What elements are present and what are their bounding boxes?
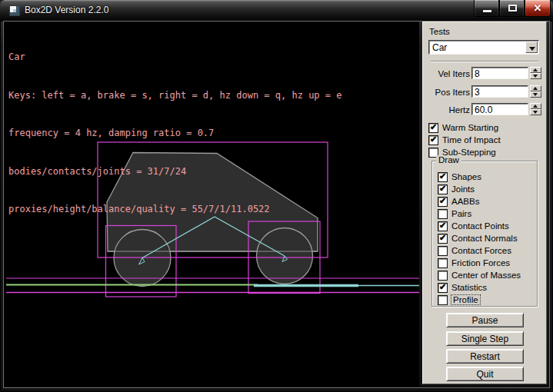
checkbox-label[interactable]: Contact Normals — [451, 234, 518, 243]
checkbox-label[interactable]: Joints — [451, 184, 475, 194]
tests-label: Tests — [429, 27, 450, 36]
checkbox-label[interactable]: Time of Impact — [442, 135, 501, 145]
pause-button[interactable]: Pause — [446, 313, 524, 327]
proxies-line: proxies/height/balance/quality = 55/7/1/… — [8, 203, 341, 216]
checkbox-box[interactable] — [438, 197, 448, 207]
checkbox-label[interactable]: Warm Starting — [442, 123, 498, 132]
hertz-label: Hertz — [423, 105, 470, 115]
minimize-button[interactable] — [474, 0, 499, 17]
app-window: Box2D Version 2.2.0 ✕ — [0, 0, 553, 392]
arrow-up-icon — [533, 105, 538, 108]
restart-button[interactable]: Restart — [446, 349, 524, 364]
checkbox-box[interactable] — [438, 221, 448, 231]
window-title: Box2D Version 2.2.0 — [25, 5, 108, 15]
checkbox-box[interactable] — [438, 246, 448, 256]
hertz-field[interactable]: 60.0 — [471, 103, 528, 115]
checkbox-box[interactable] — [438, 295, 448, 305]
checkbox-box[interactable] — [438, 209, 448, 219]
test-name-line: Car — [8, 51, 341, 64]
maximize-icon — [508, 5, 517, 12]
pos-iters-field[interactable]: 3 — [471, 85, 528, 98]
checkbox-box[interactable] — [438, 283, 448, 293]
separator — [431, 61, 538, 62]
arrow-down-icon — [533, 111, 538, 114]
simulation-canvas[interactable]: Car Keys: left = a, brake = s, right = d… — [4, 22, 419, 387]
checkbox-box[interactable] — [438, 258, 448, 268]
maximize-button[interactable] — [499, 0, 525, 17]
checkbox-label[interactable]: AABBs — [451, 197, 479, 206]
checkbox-label[interactable]: Contact Points — [451, 221, 509, 231]
minimize-icon — [483, 10, 491, 12]
vel-iters-up-button[interactable] — [530, 67, 541, 73]
pos-iters-stepper — [530, 85, 541, 98]
quit-button[interactable]: Quit — [446, 367, 524, 381]
test-dropdown[interactable]: Car — [428, 40, 539, 55]
test-dropdown-value: Car — [432, 42, 447, 53]
checkbox-label[interactable]: Shapes — [451, 172, 481, 181]
app-icon — [9, 5, 20, 16]
draw-group-label: Draw — [436, 155, 461, 164]
keys-line: Keys: left = a, brake = s, right = d, hz… — [8, 89, 341, 102]
arrow-up-icon — [533, 68, 538, 71]
frequency-line: frequency = 4 hz, damping ratio = 0.7 — [8, 127, 341, 140]
chevron-down-icon — [529, 47, 535, 51]
vel-iters-stepper — [530, 67, 541, 79]
arrow-down-icon — [533, 75, 538, 78]
vel-iters-down-button[interactable] — [530, 73, 541, 79]
arrow-down-icon — [533, 93, 538, 96]
checkbox-label[interactable]: Statistics — [451, 283, 487, 292]
bodies-line: bodies/contacts/joints = 31/7/24 — [8, 165, 341, 178]
checkbox-box[interactable] — [438, 172, 448, 182]
stats-text: Car Keys: left = a, brake = s, right = d… — [8, 25, 341, 241]
checkbox-box[interactable] — [428, 135, 438, 145]
vel-iters-label: Vel Iters — [423, 69, 470, 78]
hertz-up-button[interactable] — [530, 103, 541, 109]
control-panel: Tests Car Vel Iters 8 Pos Iters 3 Hertz … — [422, 22, 547, 384]
checkbox-label[interactable]: Profile — [451, 295, 480, 304]
arrow-up-icon — [533, 87, 538, 90]
title-bar[interactable]: Box2D Version 2.2.0 ✕ — [0, 0, 553, 22]
single-step-button[interactable]: Single Step — [446, 331, 524, 346]
hertz-stepper — [530, 103, 541, 115]
pos-iters-label: Pos Iters — [423, 88, 470, 97]
checkbox-label[interactable]: Pairs — [451, 209, 471, 218]
checkbox-box[interactable] — [428, 123, 438, 133]
pos-iters-up-button[interactable] — [530, 85, 541, 91]
close-button[interactable]: ✕ — [525, 0, 551, 17]
close-icon: ✕ — [525, 2, 550, 14]
checkbox-label[interactable]: Contact Forces — [451, 246, 511, 255]
checkbox-box[interactable] — [438, 271, 448, 281]
checkbox-label[interactable]: Center of Masses — [451, 271, 521, 280]
checkbox-label[interactable]: Friction Forces — [451, 258, 510, 267]
test-dropdown-button[interactable] — [525, 42, 538, 53]
checkbox-box[interactable] — [438, 184, 448, 194]
pos-iters-down-button[interactable] — [530, 91, 541, 98]
vel-iters-field[interactable]: 8 — [471, 67, 528, 79]
hertz-down-button[interactable] — [530, 109, 541, 115]
checkbox-box[interactable] — [438, 234, 448, 244]
